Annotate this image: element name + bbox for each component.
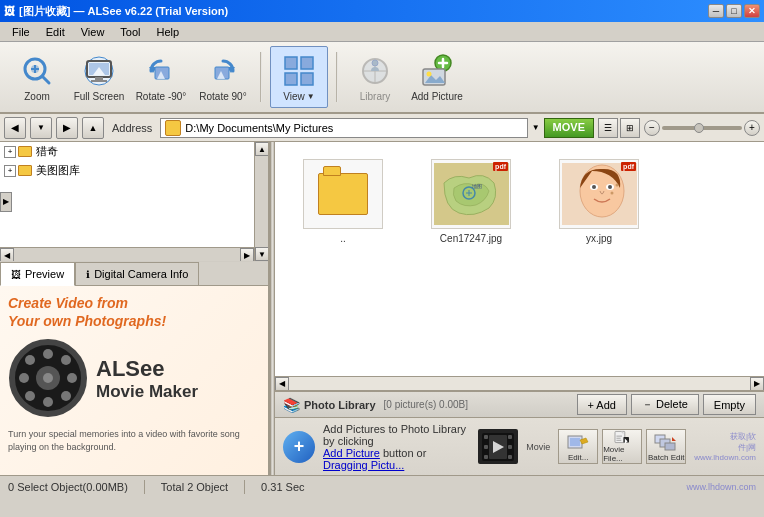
- add-circle-button[interactable]: +: [283, 431, 315, 463]
- file-hscroll-left[interactable]: ◀: [275, 377, 289, 391]
- tree-scrollbar[interactable]: ▲ ▼: [254, 142, 268, 261]
- hscroll-right[interactable]: ▶: [240, 248, 254, 262]
- file-item-parent[interactable]: ..: [283, 150, 403, 260]
- library-button[interactable]: Library: [346, 46, 404, 108]
- file-hscroll-right[interactable]: ▶: [750, 377, 764, 391]
- photo-library: 📚 Photo Library [0 picture(s) 0.00B] + A…: [275, 390, 764, 475]
- add-picture-link[interactable]: Add Picture: [323, 447, 380, 459]
- up-button[interactable]: ▲: [82, 117, 104, 139]
- svg-point-44: [580, 165, 624, 217]
- scroll-track: [255, 156, 268, 247]
- menu-help[interactable]: Help: [149, 24, 188, 40]
- select-info: 0 Select Object(0.00MB): [8, 481, 128, 493]
- view-button[interactable]: View ▼: [270, 46, 328, 108]
- address-label: Address: [108, 122, 156, 134]
- file-label-yx: yx.jpg: [586, 233, 612, 244]
- file-item-yx[interactable]: pdf: [539, 150, 659, 260]
- movie-file-button[interactable]: Movie File...: [602, 429, 642, 464]
- right-file-area: .. pdf 地图 Cen1724: [275, 142, 764, 475]
- svg-point-30: [43, 349, 53, 359]
- minimize-button[interactable]: ─: [708, 4, 724, 18]
- svg-point-33: [67, 373, 77, 383]
- watermark-text: 获取|软件|网www.lhdown.com: [694, 431, 756, 462]
- zoom-slider[interactable]: [662, 126, 742, 130]
- svg-rect-70: [665, 443, 675, 450]
- menu-file[interactable]: File: [4, 24, 38, 40]
- tree-view: + 猎奇 + 美图图库 ▲ ▼ ◀ ▶ ▶: [0, 142, 268, 262]
- svg-point-50: [615, 184, 618, 187]
- website-text: www.lhdown.com: [686, 482, 756, 492]
- svg-rect-16: [285, 73, 297, 85]
- photo-library-header: 📚 Photo Library [0 picture(s) 0.00B] + A…: [275, 392, 764, 418]
- menu-tool[interactable]: Tool: [112, 24, 148, 40]
- hscroll-left[interactable]: ◀: [0, 248, 14, 262]
- close-button[interactable]: ✕: [744, 4, 760, 18]
- view-dropdown-icon[interactable]: ▼: [307, 92, 315, 101]
- preview-description: Turn your special memories into a video …: [8, 428, 260, 453]
- tree-item-0[interactable]: + 猎奇: [0, 142, 268, 161]
- photo-library-content: + Add Pictures to Photo Library by click…: [275, 418, 764, 475]
- rotate-right-button[interactable]: Rotate 90°: [194, 46, 252, 108]
- svg-rect-57: [508, 455, 512, 459]
- batch-edit-button[interactable]: Batch Edit: [646, 429, 686, 464]
- zoom-in-button[interactable]: +: [744, 120, 760, 136]
- dropdown-button[interactable]: ▼: [30, 117, 52, 139]
- zoom-button[interactable]: Zoom: [8, 46, 66, 108]
- add-picture-label: Add Picture: [411, 91, 463, 102]
- face-svg: [562, 163, 637, 225]
- address-dropdown[interactable]: ▼: [532, 123, 540, 132]
- scroll-up-btn[interactable]: ▲: [255, 142, 268, 156]
- expand-icon-1[interactable]: +: [4, 165, 16, 177]
- svg-rect-56: [508, 445, 512, 449]
- svg-rect-14: [285, 57, 297, 69]
- svg-text:地图: 地图: [471, 183, 482, 189]
- file-label-cen17247: Cen17247.jpg: [440, 233, 502, 244]
- tree-item-1[interactable]: + 美图图库: [0, 161, 268, 180]
- window-title: [图片收藏] — ALSee v6.22 (Trial Version): [19, 4, 228, 19]
- collapse-btn[interactable]: ▶: [0, 192, 12, 212]
- menu-edit[interactable]: Edit: [38, 24, 73, 40]
- tab-preview[interactable]: 🖼 Preview: [0, 262, 75, 286]
- movie-file-label: Movie File...: [603, 445, 641, 463]
- menu-view[interactable]: View: [73, 24, 113, 40]
- zoom-out-button[interactable]: −: [644, 120, 660, 136]
- svg-point-36: [61, 355, 71, 365]
- status-sep-2: [244, 480, 245, 494]
- pdf-badge-yx: pdf: [621, 162, 636, 171]
- expand-icon-0[interactable]: +: [4, 146, 16, 158]
- toolbar: Zoom Full Screen: [0, 42, 764, 114]
- file-hscrollbar[interactable]: ◀ ▶: [275, 376, 764, 390]
- view-opt-grid[interactable]: ⊞: [620, 118, 640, 138]
- file-thumbnail-cen17247: pdf 地图: [431, 159, 511, 229]
- edit-button[interactable]: Edit...: [558, 429, 598, 464]
- address-input[interactable]: D:\My Documents\My Pictures: [160, 118, 527, 138]
- view-icon: [281, 53, 317, 89]
- tree-label-1: 美图图库: [36, 163, 80, 178]
- app-icon: 🖼: [4, 5, 15, 17]
- bottom-action-icons: Edit... Movie File...: [558, 429, 686, 464]
- svg-point-32: [19, 373, 29, 383]
- lib-empty-button[interactable]: Empty: [703, 394, 756, 415]
- file-item-cen17247[interactable]: pdf 地图 Cen17247.jpg: [411, 150, 531, 260]
- file-thumbnail-yx: pdf: [559, 159, 639, 229]
- lib-add-button[interactable]: + Add: [577, 394, 627, 415]
- move-button[interactable]: MOVE: [544, 118, 594, 138]
- rotate-left-button[interactable]: Rotate -90°: [132, 46, 190, 108]
- tree-hscrollbar[interactable]: ◀ ▶: [0, 247, 254, 261]
- back-button[interactable]: ◀: [4, 117, 26, 139]
- fullscreen-button[interactable]: Full Screen: [70, 46, 128, 108]
- drag-link[interactable]: Dragging Pictu...: [323, 459, 404, 471]
- view-opt-list[interactable]: ☰: [598, 118, 618, 138]
- library-icon: [357, 53, 393, 89]
- tab-camera-info[interactable]: ℹ Digital Camera Info: [75, 262, 199, 285]
- scroll-down-btn[interactable]: ▼: [255, 247, 268, 261]
- maximize-button[interactable]: □: [726, 4, 742, 18]
- svg-rect-53: [484, 445, 488, 449]
- tree-label-0: 猎奇: [36, 144, 58, 159]
- lib-delete-button[interactable]: － Delete: [631, 394, 699, 415]
- watermark-section: 获取|软件|网www.lhdown.com: [694, 431, 756, 462]
- add-picture-button[interactable]: Add Picture: [408, 46, 466, 108]
- hint-text-2: button or: [383, 447, 426, 459]
- title-bar: 🖼 [图片收藏] — ALSee v6.22 (Trial Version) ─…: [0, 0, 764, 22]
- forward-button[interactable]: ▶: [56, 117, 78, 139]
